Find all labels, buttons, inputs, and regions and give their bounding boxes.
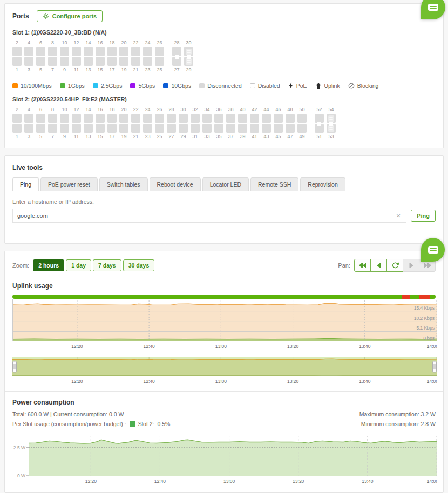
port-1[interactable]	[12, 57, 22, 66]
port-4[interactable]	[24, 47, 33, 56]
port-42[interactable]	[250, 114, 259, 123]
port-6[interactable]	[36, 114, 45, 123]
pan-rewind-button[interactable]	[354, 259, 371, 272]
port-31[interactable]	[191, 124, 200, 133]
port-41[interactable]	[250, 124, 259, 133]
ping-button[interactable]: Ping	[411, 210, 436, 222]
port-10[interactable]	[60, 47, 69, 56]
port-29[interactable]	[179, 124, 188, 133]
port-24[interactable]	[143, 114, 152, 123]
port-9[interactable]	[60, 124, 69, 133]
port-number: 12	[72, 106, 81, 113]
tab-remote-ssh[interactable]: Remote SSH	[250, 177, 298, 191]
port-13[interactable]	[84, 124, 93, 133]
port-12[interactable]	[72, 47, 81, 56]
port-10[interactable]	[60, 114, 69, 123]
port-column: 2221	[131, 39, 140, 73]
tab-reprovision[interactable]: Reprovision	[300, 177, 345, 191]
port-25[interactable]	[155, 124, 164, 133]
port-3[interactable]	[24, 57, 33, 66]
port-11[interactable]	[72, 57, 81, 66]
port-18[interactable]	[107, 114, 117, 123]
tab-switch-tables[interactable]: Switch tables	[99, 177, 148, 191]
port-37[interactable]	[226, 124, 235, 133]
zoom-2-hours-button[interactable]: 2 hours	[33, 259, 64, 271]
port-8[interactable]	[48, 47, 57, 56]
port-4[interactable]	[24, 114, 33, 123]
port-8[interactable]	[48, 114, 57, 123]
port-32[interactable]	[191, 114, 200, 123]
port-16[interactable]	[96, 114, 105, 123]
port-7[interactable]	[48, 57, 57, 66]
tab-ping[interactable]: Ping	[12, 177, 39, 191]
brush-handle-left[interactable]	[13, 361, 17, 372]
port-16[interactable]	[96, 47, 105, 56]
port-5[interactable]	[36, 124, 45, 133]
port-20[interactable]	[119, 114, 128, 123]
port-2[interactable]	[12, 114, 22, 123]
tab-poe-power-reset[interactable]: PoE power reset	[40, 177, 98, 191]
port-9[interactable]	[60, 57, 69, 66]
port-21[interactable]	[131, 57, 140, 66]
port-39[interactable]	[238, 124, 247, 133]
port-35[interactable]	[214, 124, 223, 133]
port-22[interactable]	[131, 114, 140, 123]
port-36[interactable]	[214, 114, 223, 123]
zoom-30-days-button[interactable]: 30 days	[123, 259, 155, 271]
port-23[interactable]	[143, 57, 152, 66]
port-21[interactable]	[131, 124, 140, 133]
configure-ports-button[interactable]: Configure ports	[37, 10, 103, 22]
zoom-1-day-button[interactable]: 1 day	[66, 259, 91, 271]
port-47[interactable]	[286, 124, 295, 133]
port-26[interactable]	[155, 114, 164, 123]
port-6[interactable]	[36, 47, 45, 56]
port-33[interactable]	[202, 124, 212, 133]
hostname-input[interactable]	[17, 213, 395, 219]
port-3[interactable]	[24, 124, 33, 133]
port-26[interactable]	[155, 47, 164, 56]
port-15[interactable]	[96, 57, 105, 66]
zoom-7-days-button[interactable]: 7 days	[93, 259, 121, 271]
port-11[interactable]	[72, 124, 81, 133]
port-14[interactable]	[84, 47, 93, 56]
port-12[interactable]	[72, 114, 81, 123]
port-50[interactable]	[297, 114, 307, 123]
port-25[interactable]	[155, 57, 164, 66]
chat-fab-button[interactable]	[421, 238, 445, 262]
port-13[interactable]	[84, 57, 93, 66]
port-15[interactable]	[96, 124, 105, 133]
port-19[interactable]	[119, 57, 128, 66]
port-22[interactable]	[131, 47, 140, 56]
port-5[interactable]	[36, 57, 45, 66]
port-30[interactable]	[179, 114, 188, 123]
port-44[interactable]	[262, 114, 271, 123]
port-48[interactable]	[286, 114, 295, 123]
port-49[interactable]	[297, 124, 307, 133]
port-27[interactable]	[167, 124, 176, 133]
port-17[interactable]	[107, 57, 117, 66]
clear-input-icon[interactable]: ×	[395, 212, 402, 220]
port-17[interactable]	[107, 124, 117, 133]
tab-locator-led[interactable]: Locator LED	[202, 177, 249, 191]
port-28[interactable]	[167, 114, 176, 123]
port-34[interactable]	[202, 114, 212, 123]
port-1[interactable]	[12, 124, 22, 133]
tab-reboot-device[interactable]: Reboot device	[150, 177, 201, 191]
port-number: 14	[84, 39, 93, 46]
port-19[interactable]	[119, 124, 128, 133]
port-23[interactable]	[143, 124, 152, 133]
pan-step-back-button[interactable]	[370, 259, 387, 272]
port-24[interactable]	[143, 47, 152, 56]
port-38[interactable]	[226, 114, 235, 123]
port-40[interactable]	[238, 114, 247, 123]
pan-refresh-button[interactable]	[386, 259, 403, 272]
port-43[interactable]	[262, 124, 271, 133]
port-14[interactable]	[84, 114, 93, 123]
port-7[interactable]	[48, 124, 57, 133]
port-46[interactable]	[274, 114, 283, 123]
port-20[interactable]	[119, 47, 128, 56]
port-18[interactable]	[107, 47, 117, 56]
port-45[interactable]	[274, 124, 283, 133]
port-2[interactable]	[12, 47, 22, 56]
brush-handle-right[interactable]	[433, 361, 437, 372]
